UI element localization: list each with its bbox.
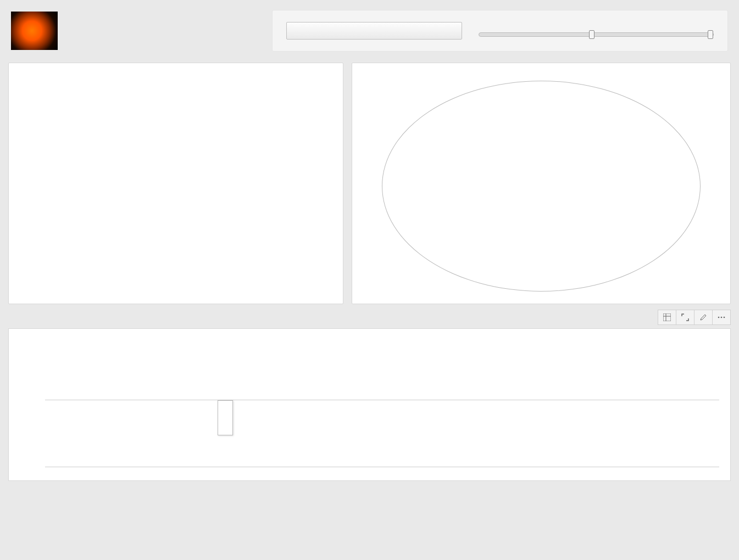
cumulative-line-chart[interactable] [20,340,719,400]
toolbar-more-icon[interactable] [712,310,731,325]
country-region-dropdown[interactable] [286,22,462,40]
svg-rect-0 [663,313,671,321]
treemap-chart[interactable] [16,76,335,296]
svg-point-5 [724,317,725,318]
logo-image [11,12,58,50]
svg-point-4 [721,317,723,318]
toolbar-expand-icon[interactable] [676,310,694,325]
chart-toolbar [0,310,739,328]
date-range-slider[interactable] [479,23,714,39]
bubble-chart[interactable] [360,76,723,296]
controls-bar [272,10,728,52]
chart-tooltip [218,400,233,435]
newcases-y-axis [20,401,42,467]
toolbar-table-icon[interactable] [658,310,676,325]
bubble-card [352,63,731,304]
treemap-card [8,63,343,304]
newcases-bar-chart[interactable] [20,401,719,467]
timeseries-card [8,328,731,481]
cumulative-y-axis [20,340,42,400]
slider-handle-start[interactable] [589,30,594,39]
slider-handle-end[interactable] [708,30,713,39]
toolbar-edit-icon[interactable] [694,310,713,325]
svg-point-3 [718,317,720,318]
treemap-title [9,63,343,76]
bubble-title [352,63,730,76]
